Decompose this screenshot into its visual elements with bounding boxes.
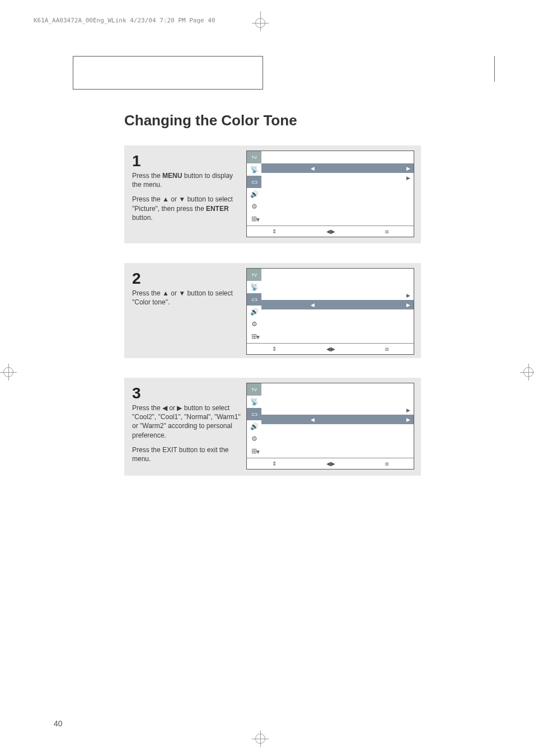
tv-label: TV — [247, 383, 261, 396]
page-title: Changing the Color Tone — [124, 112, 297, 129]
step-3-text: Press the ◀ or ▶ button to select "Cool2… — [132, 403, 244, 463]
right-arrow-icon: ▶ — [406, 302, 410, 308]
t: Press the — [132, 172, 162, 180]
t: ENTER — [206, 205, 229, 213]
step-2-text: Press the ▲ or ▼ button to select "Color… — [132, 289, 244, 307]
page-number: 40 — [54, 719, 63, 728]
updown-icon: ⇕ — [272, 346, 277, 352]
input-icon: 📡 — [247, 396, 261, 408]
leftright-icon: ◀▶ — [326, 228, 335, 234]
leftright-icon: ◀▶ — [326, 461, 335, 467]
step-2-block: 2 Press the ▲ or ▼ button to select "Col… — [124, 263, 421, 358]
step-1-text: Press the MENU button to display the men… — [132, 171, 244, 222]
setup-icon: ⚙ — [247, 200, 261, 213]
menu-footer: ⇕ ◀▶ ⧈ — [247, 458, 414, 469]
step-1-block: 1 Press the MENU button to display the m… — [124, 145, 421, 243]
exit-icon: ⧈ — [385, 461, 388, 467]
right-arrow-icon: ▶ — [406, 175, 410, 181]
osd-menu-1: TV 📡 ▭ 🔊 ⚙ ⊞ ◀▶ ▶ ▼ ⇕ ◀▶ ⧈ — [246, 151, 414, 237]
crop-mark-bottom — [252, 734, 269, 750]
t: Press the ▲ or ▼ button to select "Color… — [132, 289, 244, 307]
crop-mark-left — [0, 364, 17, 381]
more-icon: ▼ — [247, 213, 269, 226]
menu-row: ▶ — [261, 405, 414, 415]
picture-icon: ▭ — [247, 293, 261, 306]
exit-icon: ⧈ — [385, 346, 388, 353]
menu-row-colortone: ◀▶ — [261, 300, 414, 309]
t: MENU — [162, 172, 182, 180]
menu-row-colortone: ◀▶ — [261, 415, 414, 424]
t: button. — [132, 214, 153, 222]
setup-icon: ⚙ — [247, 433, 261, 445]
right-arrow-icon: ▶ — [406, 417, 410, 422]
input-icon: 📡 — [247, 163, 261, 176]
crop-mark-top — [252, 11, 269, 28]
t: Press the ◀ or ▶ button to select "Cool2… — [132, 403, 244, 440]
picture-icon: ▭ — [247, 176, 261, 188]
left-arrow-icon: ◀ — [311, 417, 315, 422]
menu-row: ▶ — [261, 290, 414, 300]
updown-icon: ⇕ — [272, 461, 277, 467]
menu-row-mode: ◀▶ — [261, 163, 414, 173]
sound-icon: 🔊 — [247, 420, 261, 433]
tv-label: TV — [247, 269, 261, 281]
menu-row — [261, 396, 414, 405]
menu-row: ▶ — [261, 173, 414, 182]
right-arrow-icon: ▶ — [406, 407, 410, 413]
picture-icon: ▭ — [247, 408, 261, 420]
osd-menu-2: TV 📡 ▭ 🔊 ⚙ ⊞ ▶ ◀▶ ▼ ⇕ ◀▶ ⧈ — [246, 268, 414, 355]
leftright-icon: ◀▶ — [326, 346, 335, 352]
left-arrow-icon: ◀ — [311, 302, 315, 308]
crop-tick-top-right — [494, 56, 495, 82]
right-arrow-icon: ▶ — [406, 293, 410, 298]
more-icon: ▼ — [247, 331, 269, 343]
crop-mark-right — [520, 364, 534, 381]
menu-footer: ⇕ ◀▶ ⧈ — [247, 343, 414, 354]
menu-footer: ⇕ ◀▶ ⧈ — [247, 226, 414, 237]
print-header: K61A_AA03472A_00Eng_WLink 4/23/04 7:20 P… — [34, 17, 216, 24]
sound-icon: 🔊 — [247, 306, 261, 318]
more-icon: ▼ — [247, 445, 269, 458]
input-icon: 📡 — [247, 281, 261, 293]
t: Press the EXIT button to exit the menu. — [132, 445, 244, 463]
tv-label: TV — [247, 151, 261, 163]
left-arrow-icon: ◀ — [311, 166, 315, 171]
content-frame-box — [73, 56, 263, 90]
step-3-block: 3 Press the ◀ or ▶ button to select "Coo… — [124, 378, 421, 476]
exit-icon: ⧈ — [385, 228, 388, 235]
right-arrow-icon: ▶ — [406, 166, 410, 171]
menu-row — [261, 281, 414, 290]
updown-icon: ⇕ — [272, 228, 277, 234]
osd-menu-3: TV 📡 ▭ 🔊 ⚙ ⊞ ▶ ◀▶ ▼ ⇕ ◀▶ ⧈ — [246, 383, 414, 469]
sound-icon: 🔊 — [247, 188, 261, 200]
setup-icon: ⚙ — [247, 318, 261, 330]
